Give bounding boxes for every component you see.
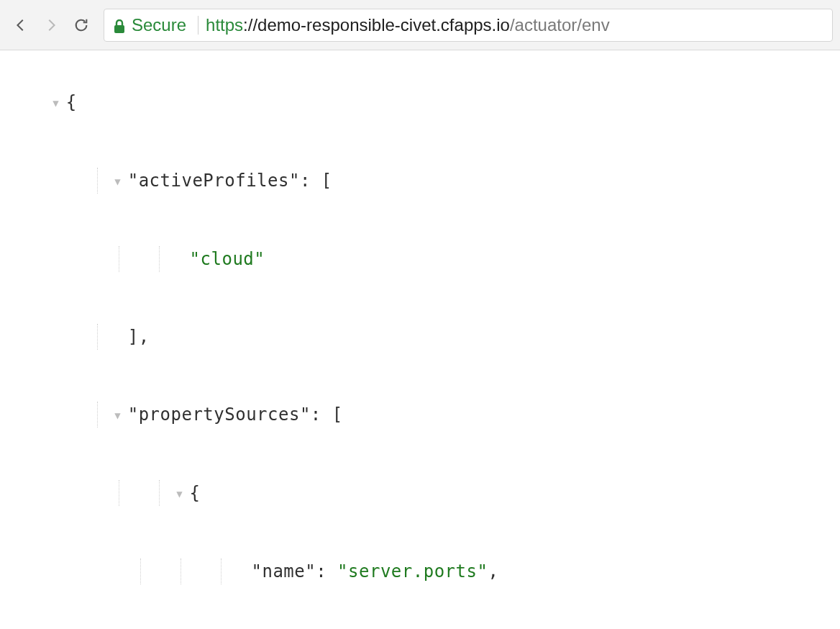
address-bar[interactable]: Secure https ://demo-responsible-civet.c… [104, 9, 833, 42]
lock-icon [113, 18, 126, 32]
secure-label: Secure [132, 15, 186, 35]
url-scheme: https [206, 15, 243, 35]
address-separator [198, 16, 198, 35]
json-string: server.ports [348, 561, 477, 582]
url-host: ://demo-responsible-civet.cfapps.io [243, 15, 510, 35]
json-line: "activeProfiles": [ [3, 142, 837, 220]
url-path: /actuator/env [510, 15, 610, 35]
json-line: { [3, 454, 837, 533]
json-line: ], [3, 298, 837, 376]
collapse-toggle[interactable] [46, 90, 66, 116]
forward-button[interactable] [37, 12, 65, 39]
reload-button[interactable] [68, 12, 95, 39]
json-key: name [262, 561, 305, 582]
json-line: "properties": { [3, 610, 837, 629]
json-line: "name": "server.ports", [3, 533, 837, 610]
collapse-toggle[interactable] [170, 481, 190, 507]
json-key: activeProfiles [139, 171, 289, 191]
browser-toolbar: Secure https ://demo-responsible-civet.c… [0, 0, 840, 50]
json-line: { [3, 63, 837, 142]
json-key: propertySources [139, 404, 300, 425]
json-string: cloud [201, 249, 255, 269]
collapse-toggle[interactable] [108, 402, 128, 428]
collapse-toggle[interactable] [108, 168, 128, 194]
json-line: "cloud" [3, 220, 837, 298]
json-viewer: { "activeProfiles": [ "cloud" ], "proper… [0, 50, 840, 629]
back-button[interactable] [7, 12, 35, 39]
svg-rect-0 [114, 25, 124, 33]
json-line: "propertySources": [ [3, 376, 837, 454]
